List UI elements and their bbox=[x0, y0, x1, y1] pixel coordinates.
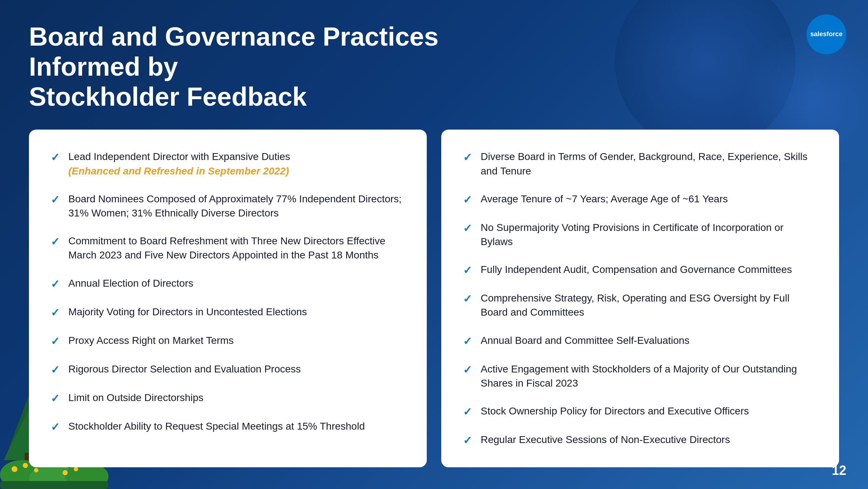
checkmark-icon: ✓ bbox=[51, 235, 60, 249]
checkmark-icon: ✓ bbox=[463, 292, 472, 306]
list-item: ✓ Diverse Board in Terms of Gender, Back… bbox=[463, 149, 817, 178]
list-item: ✓ Lead Independent Director with Expansi… bbox=[51, 149, 405, 178]
list-item: ✓ Majority Voting for Directors in Uncon… bbox=[51, 305, 405, 320]
checkmark-icon: ✓ bbox=[51, 391, 60, 405]
list-item: ✓ Comprehensive Strategy, Risk, Operatin… bbox=[463, 291, 817, 319]
checkmark-icon: ✓ bbox=[51, 305, 60, 320]
checkmark-icon: ✓ bbox=[51, 334, 60, 348]
checkmark-icon: ✓ bbox=[51, 150, 60, 164]
checkmark-icon: ✓ bbox=[463, 363, 472, 377]
checkmark-icon: ✓ bbox=[51, 363, 60, 377]
list-item: ✓ Limit on Outside Directorships bbox=[51, 391, 405, 405]
checkmark-icon: ✓ bbox=[51, 420, 60, 434]
checkmark-icon: ✓ bbox=[463, 150, 472, 164]
list-item: ✓ Stock Ownership Policy for Directors a… bbox=[463, 404, 817, 419]
checkmark-icon: ✓ bbox=[463, 433, 472, 447]
list-item: ✓ Active Engagement with Stockholders of… bbox=[463, 362, 817, 390]
list-item: ✓ Annual Election of Directors bbox=[51, 276, 405, 291]
right-card: ✓ Diverse Board in Terms of Gender, Back… bbox=[441, 130, 839, 467]
list-item: ✓ No Supermajority Voting Provisions in … bbox=[463, 220, 817, 249]
main-content: Board and Governance Practices Informed … bbox=[0, 0, 868, 489]
list-item: ✓ Commitment to Board Refreshment with T… bbox=[51, 234, 405, 262]
list-item: ✓ Rigorous Director Selection and Evalua… bbox=[51, 362, 405, 377]
checkmark-icon: ✓ bbox=[463, 193, 472, 207]
checkmark-icon: ✓ bbox=[463, 405, 472, 419]
page-title: Board and Governance Practices Informed … bbox=[29, 22, 499, 111]
list-item: ✓ Average Tenure of ~7 Years; Average Ag… bbox=[463, 192, 817, 207]
checkmark-icon: ✓ bbox=[463, 334, 472, 348]
checkmark-icon: ✓ bbox=[463, 263, 472, 277]
checkmark-icon: ✓ bbox=[51, 193, 60, 207]
left-card: ✓ Lead Independent Director with Expansi… bbox=[29, 130, 427, 467]
list-item: ✓ Proxy Access Right on Market Terms bbox=[51, 333, 405, 348]
list-item: ✓ Stockholder Ability to Request Special… bbox=[51, 419, 405, 434]
list-item: ✓ Fully Independent Audit, Compensation … bbox=[463, 262, 817, 277]
list-item: ✓ Regular Executive Sessions of Non-Exec… bbox=[463, 433, 817, 447]
list-item: ✓ Board Nominees Composed of Approximate… bbox=[51, 192, 405, 220]
list-item: ✓ Annual Board and Committee Self-Evalua… bbox=[463, 333, 817, 348]
cards-container: ✓ Lead Independent Director with Expansi… bbox=[29, 130, 839, 467]
checkmark-icon: ✓ bbox=[463, 221, 472, 235]
checkmark-icon: ✓ bbox=[51, 277, 60, 291]
